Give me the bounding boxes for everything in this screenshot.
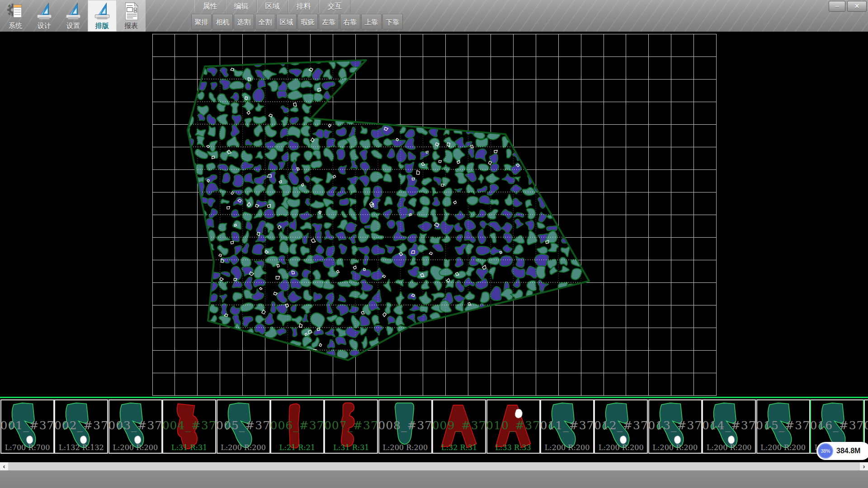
piece-counts-label: L:33 R:33 [487, 443, 539, 452]
report-doc-icon [122, 2, 141, 21]
memory-percent-indicator: 38% [818, 443, 833, 459]
window-controls: ─ ✕ [829, 1, 867, 12]
piece-counts-label: L:200 R:200 [595, 443, 647, 452]
app-button-label: 排版 [88, 22, 117, 30]
scroll-right-button[interactable]: › [860, 462, 868, 470]
tool-button-snap-top[interactable]: 上靠 [361, 14, 382, 29]
thumbnail-cell[interactable]: 015_#37L:200 R:200 [756, 399, 810, 454]
system-gear-icon [6, 2, 25, 21]
thumbnail-cell[interactable]: 012_#37L:200 R:200 [594, 399, 648, 454]
piece-id-label: 017_#37 [863, 418, 868, 432]
piece-id-label: 005_#37 [216, 418, 271, 432]
piece-id-label: 010_#37 [486, 418, 541, 432]
app-button-report[interactable]: 报表 [117, 0, 146, 32]
piece-counts-label: L:200 R:200 [109, 443, 161, 452]
piece-counts-label: L:200 R:200 [757, 443, 809, 452]
app-button-label: 设计 [30, 22, 59, 30]
horizontal-scrollbar[interactable]: ‹ › [0, 462, 868, 470]
piece-id-label: 015_#37 [755, 418, 811, 432]
thumbnail-cell[interactable]: 014_#37L:200 R:200 [702, 399, 756, 454]
piece-id-label: 007_#37 [323, 418, 379, 432]
minimize-icon: ─ [835, 3, 839, 9]
nesting-ruler-icon [93, 2, 112, 21]
menu-bar: 属性编辑区域排料交互 [194, 0, 350, 13]
menu-tab-properties[interactable]: 属性 [194, 0, 226, 13]
piece-id-label: 013_#37 [647, 418, 703, 432]
piece-counts-label: L:200 R:200 [703, 443, 755, 452]
piece-id-label: 012_#37 [593, 418, 649, 432]
thumbnail-cell[interactable]: 013_#37L:200 R:200 [648, 399, 702, 454]
thumbnail-cell[interactable]: 007_#37L:31 R:31 [324, 399, 378, 454]
thumbnail-cell[interactable]: 010_#37L:33 R:33 [486, 399, 540, 454]
piece-counts-label: L:132 R:132 [55, 443, 107, 452]
app-button-label: 系统 [1, 22, 30, 30]
menu-tab-nest[interactable]: 排料 [288, 0, 319, 13]
piece-counts-label: L:200 R:200 [649, 443, 701, 452]
app-button-label: 设置 [59, 22, 88, 30]
tool-button-defect[interactable]: 瑕疵 [297, 14, 318, 29]
thumbnail-cell[interactable]: 008_#37L:200 R:200 [378, 399, 432, 454]
piece-counts-label: L:200 R:200 [217, 443, 269, 452]
tool-button-region[interactable]: 区域 [276, 14, 297, 29]
thumbnail-cell[interactable]: 003_#37L:200 R:200 [108, 399, 162, 454]
app-switcher: 系统设计设置排版报表 [1, 0, 146, 32]
tool-button-camera[interactable]: 相机 [212, 14, 233, 29]
piece-counts-label: L:31 R:31 [163, 443, 215, 452]
nesting-canvas[interactable] [0, 32, 868, 397]
piece-id-label: 016_#37 [809, 418, 865, 432]
app-button-label: 报表 [117, 22, 146, 30]
close-icon: ✕ [854, 3, 859, 9]
app-button-system[interactable]: 系统 [1, 0, 30, 32]
tool-button-cut-all[interactable]: 全割 [255, 14, 275, 29]
piece-id-label: 008_#37 [377, 418, 433, 432]
design-ruler-icon [35, 2, 54, 21]
memory-badge: 38% 384.8M [816, 442, 868, 460]
tool-button-snap-bottom[interactable]: 下靠 [382, 14, 403, 29]
toolbar: 系统设计设置排版报表 属性编辑区域排料交互 聚排相机选割全割区域瑕疵左靠右靠上靠… [0, 0, 868, 32]
piece-id-label: 003_#37 [108, 418, 163, 432]
thumbnail-cell[interactable]: 002_#37L:132 R:132 [54, 399, 108, 454]
app-button-nesting[interactable]: 排版 [88, 0, 117, 32]
piece-id-label: 001_#37 [0, 418, 55, 432]
scroll-left-button[interactable]: ‹ [0, 462, 8, 470]
thumbnail-cell[interactable]: 011_#37L:200 R:200 [540, 399, 594, 454]
tool-button-snap-left[interactable]: 左靠 [319, 14, 339, 29]
thumbnail-cell[interactable]: 001_#37L:700 R:700 [0, 399, 54, 454]
piece-counts-label: L:32 R:31 [433, 443, 485, 452]
scrollbar-track[interactable] [8, 462, 860, 470]
piece-id-label: 006_#37 [269, 418, 325, 432]
piece-id-label: 011_#37 [539, 418, 595, 432]
tool-row: 聚排相机选割全割区域瑕疵左靠右靠上靠下靠 [191, 14, 403, 30]
piece-counts-label: L:700 R:700 [1, 443, 53, 452]
application-window: 系统设计设置排版报表 属性编辑区域排料交互 聚排相机选割全割区域瑕疵左靠右靠上靠… [0, 0, 868, 488]
tool-button-snap-right[interactable]: 右靠 [340, 14, 360, 29]
piece-id-label: 004_#37 [161, 418, 217, 432]
scroll-left-icon: ‹ [3, 462, 5, 470]
memory-size-label: 384.8M [836, 442, 860, 460]
thumbnail-cell[interactable]: 009_#37L:32 R:31 [432, 399, 486, 454]
app-button-settings[interactable]: 设置 [59, 0, 88, 32]
menu-tab-region[interactable]: 区域 [257, 0, 288, 13]
tool-button-cluster-nest[interactable]: 聚排 [191, 14, 212, 29]
piece-counts-label: L:200 R:200 [379, 443, 431, 452]
close-button[interactable]: ✕ [847, 1, 867, 12]
scroll-right-icon: › [863, 462, 865, 470]
minimize-button[interactable]: ─ [829, 1, 845, 12]
menu-tab-interact[interactable]: 交互 [319, 0, 350, 13]
piece-counts-label: L:31 R:31 [325, 443, 377, 452]
thumbnail-cell[interactable]: 004_#37L:31 R:31 [162, 399, 216, 454]
piece-counts-label: L:200 R:200 [541, 443, 593, 452]
settings-ruler-icon [64, 2, 83, 21]
piece-id-label: 009_#37 [431, 418, 487, 432]
thumbnail-strip: 001_#37L:700 R:700002_#37L:132 R:132003_… [0, 398, 868, 455]
piece-counts-label: L:21 R:21 [271, 443, 323, 452]
app-button-design[interactable]: 设计 [30, 0, 59, 32]
menu-tab-edit[interactable]: 编辑 [226, 0, 257, 13]
tool-button-cut-selected[interactable]: 选割 [234, 14, 254, 29]
thumbnail-cell[interactable]: 006_#37L:21 R:21 [270, 399, 324, 454]
piece-id-label: 014_#37 [701, 418, 757, 432]
piece-id-label: 002_#37 [53, 418, 109, 432]
memory-percent-label: 38% [821, 448, 830, 454]
status-bar [0, 470, 868, 488]
thumbnail-cell[interactable]: 005_#37L:200 R:200 [217, 399, 270, 454]
